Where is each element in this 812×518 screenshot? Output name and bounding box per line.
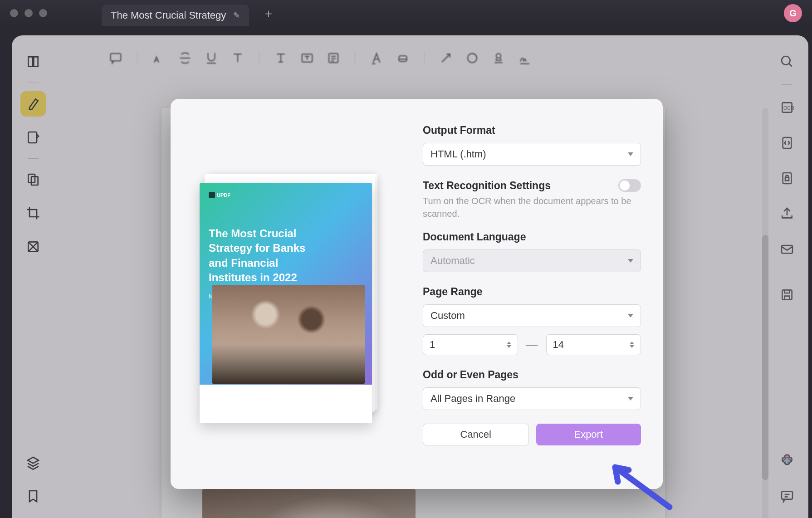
updf-logo: UPDF — [209, 192, 363, 198]
export-form: Output Format HTML (.htm) Text Recogniti… — [401, 99, 663, 489]
ocr-label: Text Recognition Settings — [423, 180, 551, 192]
range-separator: — — [526, 338, 538, 352]
ocr-description: Turn on the OCR when the document appear… — [423, 195, 641, 220]
language-label: Document Language — [423, 231, 641, 243]
export-modal: UPDF The Most Crucial Strategy for Banks… — [171, 99, 663, 489]
export-button[interactable]: Export — [536, 424, 641, 445]
output-format-label: Output Format — [423, 124, 641, 137]
language-select: Automatic — [423, 249, 641, 272]
tab-title: The Most Crucial Strategy — [111, 10, 226, 21]
page-range-label: Page Range — [423, 286, 641, 298]
output-format-select[interactable]: HTML (.htm) — [423, 143, 641, 166]
rename-tab-icon[interactable]: ✎ — [233, 10, 240, 20]
minimize-window-button[interactable] — [24, 9, 33, 17]
window-controls — [10, 9, 47, 17]
chevron-down-icon — [628, 152, 633, 156]
preview-pane: UPDF The Most Crucial Strategy for Banks… — [171, 99, 401, 489]
chevron-down-icon — [628, 314, 633, 318]
user-avatar[interactable]: G — [784, 4, 802, 22]
close-window-button[interactable] — [10, 9, 18, 17]
page-range-mode-select[interactable]: Custom — [423, 304, 641, 327]
cover-image — [212, 285, 365, 384]
chevron-down-icon — [628, 259, 633, 263]
new-tab-button[interactable]: ＋ — [263, 5, 274, 21]
stepper-icon[interactable] — [630, 342, 634, 348]
page-stack-preview: UPDF The Most Crucial Strategy for Banks… — [200, 174, 372, 414]
app-body: OCR of the key contributing elements is … — [12, 35, 808, 518]
maximize-window-button[interactable] — [39, 9, 47, 17]
page-range-to-input[interactable]: 14 — [546, 334, 641, 355]
document-tab[interactable]: The Most Crucial Strategy ✎ — [102, 5, 249, 26]
odd-even-select[interactable]: All Pages in Range — [423, 387, 641, 410]
cancel-button[interactable]: Cancel — [423, 424, 529, 445]
title-bar: The Most Crucial Strategy ✎ ＋ G — [0, 0, 812, 26]
ocr-toggle[interactable] — [618, 179, 641, 192]
page-range-from-input[interactable]: 1 — [423, 334, 518, 355]
odd-even-label: Odd or Even Pages — [423, 369, 641, 381]
cover-title: The Most Crucial Strategy for Banks and … — [209, 226, 327, 285]
chevron-down-icon — [628, 397, 633, 401]
stepper-icon[interactable] — [507, 342, 511, 348]
